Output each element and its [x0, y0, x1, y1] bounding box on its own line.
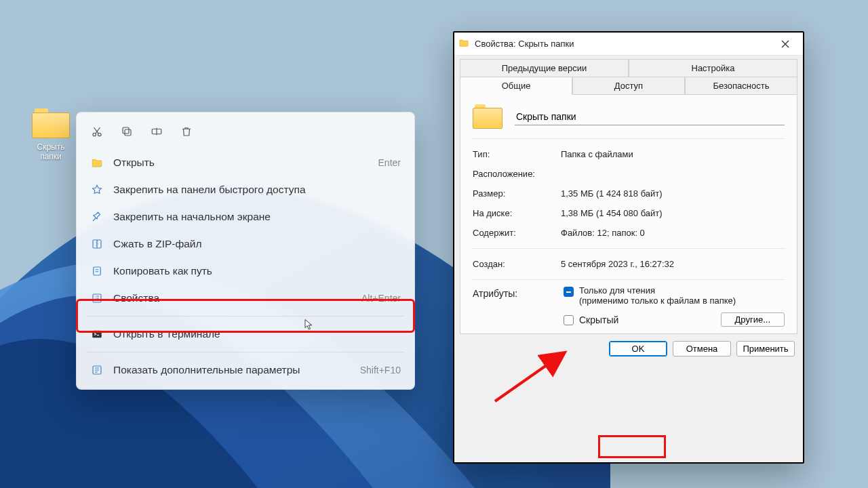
tab-general[interactable]: Общие — [460, 77, 572, 95]
checkbox-hidden[interactable] — [564, 315, 574, 325]
dialog-titlebar[interactable]: Свойства: Скрыть папки — [454, 33, 803, 56]
ctx-item-copy-path[interactable]: Копировать как путь — [81, 258, 410, 285]
desktop-folder[interactable]: Скрыть папки — [24, 108, 78, 161]
apply-button[interactable]: Применить — [736, 341, 795, 357]
label-location: Расположение: — [473, 169, 561, 179]
star-icon — [90, 183, 104, 197]
label-size-on-disk: На диске: — [473, 208, 561, 218]
ctx-label: Закрепить на панели быстрого доступа — [113, 184, 401, 196]
delete-icon[interactable] — [174, 121, 199, 142]
checkbox-readonly[interactable] — [564, 287, 574, 297]
ctx-item-pin-start[interactable]: Закрепить на начальном экране — [81, 203, 410, 230]
folder-icon — [32, 108, 70, 138]
svg-rect-9 — [92, 331, 102, 338]
label-readonly: Только для чтения — [579, 285, 736, 296]
copy-path-icon — [90, 264, 104, 278]
ctx-shortcut: Enter — [378, 157, 401, 168]
advanced-button[interactable]: Другие... — [721, 312, 785, 327]
label-hidden: Скрытый — [579, 314, 618, 325]
value-location — [561, 169, 785, 179]
desktop-folder-label: Скрыть папки — [24, 142, 78, 161]
copy-icon[interactable] — [115, 121, 139, 142]
tab-security[interactable]: Безопасность — [685, 77, 797, 95]
terminal-icon — [90, 327, 104, 341]
ctx-label: Закрепить на начальном экране — [113, 211, 401, 223]
context-menu-toolbar — [81, 118, 410, 149]
folder-icon — [458, 37, 469, 50]
svg-point-1 — [93, 133, 96, 136]
zip-icon — [90, 237, 104, 251]
ctx-label: Открыть в Терминале — [113, 328, 401, 340]
ctx-item-pin-quick[interactable]: Закрепить на панели быстрого доступа — [81, 176, 410, 203]
label-readonly-sub: (применимо только к файлам в папке) — [579, 296, 736, 306]
properties-icon — [90, 291, 104, 305]
value-created: 5 сентября 2023 г., 16:27:32 — [561, 259, 785, 269]
dialog-title: Свойства: Скрыть папки — [475, 39, 766, 49]
tab-previous-versions[interactable]: Предыдущие версии — [460, 59, 629, 77]
value-size: 1,35 МБ (1 424 818 байт) — [561, 188, 785, 199]
folder-name-input[interactable] — [515, 108, 785, 125]
annotation-highlight — [598, 435, 666, 458]
close-button[interactable] — [772, 35, 799, 54]
separator — [86, 316, 405, 317]
separator — [86, 352, 405, 352]
label-type: Тип: — [473, 149, 561, 159]
cursor-icon — [303, 317, 315, 333]
label-created: Создан: — [473, 259, 561, 269]
label-contains: Содержит: — [473, 228, 561, 238]
ctx-shortcut: Alt+Enter — [361, 293, 401, 304]
ctx-item-open[interactable]: Открыть Enter — [81, 149, 410, 176]
more-icon — [90, 363, 104, 377]
svg-rect-7 — [94, 267, 101, 275]
dialog-footer: OK Отмена Применить — [454, 334, 803, 363]
ctx-item-properties[interactable]: Свойства Alt+Enter — [81, 285, 410, 312]
ctx-label: Сжать в ZIP-файл — [113, 238, 401, 250]
properties-dialog: Свойства: Скрыть папки Предыдущие версии… — [453, 31, 804, 464]
svg-point-2 — [98, 133, 102, 136]
cancel-button[interactable]: Отмена — [673, 341, 731, 357]
cut-icon[interactable] — [85, 121, 109, 142]
label-attributes: Атрибуты: — [473, 285, 561, 327]
ctx-label: Показать дополнительные параметры — [113, 364, 351, 376]
tab-sharing[interactable]: Доступ — [572, 77, 685, 95]
value-type: Папка с файлами — [561, 149, 785, 159]
value-contains: Файлов: 12; папок: 0 — [561, 228, 785, 238]
ctx-item-more-options[interactable]: Показать дополнительные параметры Shift+… — [81, 357, 410, 384]
ctx-label: Копировать как путь — [113, 265, 401, 277]
ctx-label: Открыть — [113, 157, 369, 169]
svg-rect-3 — [125, 129, 131, 136]
ok-button[interactable]: OK — [609, 341, 667, 357]
value-size-on-disk: 1,38 МБ (1 454 080 байт) — [561, 208, 785, 218]
ctx-shortcut: Shift+F10 — [360, 365, 401, 375]
ctx-item-zip[interactable]: Сжать в ZIP-файл — [81, 230, 410, 258]
tab-customize[interactable]: Настройка — [629, 59, 797, 77]
svg-rect-4 — [123, 127, 129, 134]
context-menu: Открыть Enter Закрепить на панели быстро… — [76, 112, 415, 390]
pin-icon — [90, 210, 104, 224]
folder-icon — [90, 156, 104, 169]
dialog-body: Тип:Папка с файлами Расположение: Размер… — [460, 95, 797, 334]
ctx-label: Свойства — [113, 292, 352, 304]
label-size: Размер: — [473, 188, 561, 199]
folder-icon — [473, 104, 502, 129]
ctx-item-terminal[interactable]: Открыть в Терминале — [81, 321, 410, 348]
rename-icon[interactable] — [144, 121, 169, 142]
